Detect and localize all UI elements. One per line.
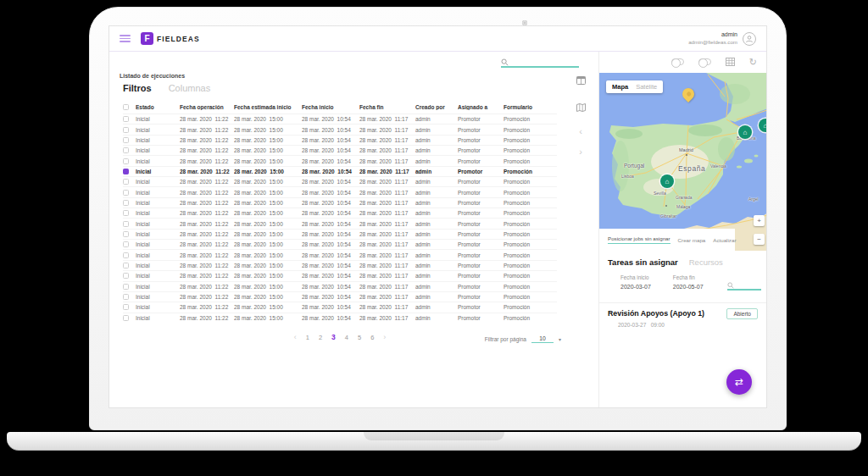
row-checkbox[interactable] bbox=[123, 304, 129, 310]
table-row[interactable]: Inicial28 mar. 2020 11:2228 mar. 2020 15… bbox=[123, 313, 557, 323]
pagination-next[interactable]: › bbox=[383, 333, 386, 341]
table-row[interactable]: Inicial28 mar. 2020 11:2228 mar. 2020 15… bbox=[123, 218, 557, 228]
expand-panel-chevron-right[interactable]: › bbox=[572, 147, 589, 156]
table-view-icon[interactable] bbox=[572, 73, 589, 88]
row-checkbox[interactable] bbox=[123, 241, 129, 247]
map-view-icon[interactable] bbox=[572, 100, 589, 115]
row-checkbox[interactable] bbox=[123, 252, 129, 258]
table-row[interactable]: Inicial28 mar. 2020 11:2228 mar. 2020 15… bbox=[123, 145, 557, 155]
row-checkbox[interactable] bbox=[123, 210, 129, 216]
table-row[interactable]: Inicial28 mar. 2020 11:2228 mar. 2020 15… bbox=[123, 270, 557, 280]
column-header[interactable]: Creado por bbox=[415, 104, 458, 110]
row-checkbox[interactable] bbox=[123, 284, 129, 290]
tab-recursos[interactable]: Recursos bbox=[689, 257, 723, 267]
table-row[interactable]: Inicial28 mar. 2020 11:2228 mar. 2020 15… bbox=[123, 135, 557, 145]
position-jobs-link[interactable]: Posicionar jobs sin asignar bbox=[608, 235, 670, 244]
grid-view-icon[interactable] bbox=[726, 54, 735, 69]
map-canvas[interactable]: Mapa Satélite España Madrid Portugal Lis… bbox=[599, 73, 767, 251]
toggle-switch-2[interactable] bbox=[698, 58, 711, 65]
table-cell: Promoción bbox=[504, 252, 553, 258]
search-input[interactable] bbox=[509, 56, 575, 66]
row-checkbox[interactable] bbox=[123, 263, 129, 268]
caret-down-icon[interactable]: ▾ bbox=[559, 336, 561, 342]
table-row[interactable]: Inicial28 mar. 2020 11:2228 mar. 2020 15… bbox=[123, 166, 557, 176]
table-row[interactable]: Inicial28 mar. 2020 11:2228 mar. 2020 15… bbox=[123, 302, 557, 312]
row-checkbox[interactable] bbox=[123, 200, 129, 206]
row-checkbox[interactable] bbox=[123, 147, 129, 153]
column-header[interactable]: Estado bbox=[136, 104, 180, 110]
table-row[interactable]: Inicial28 mar. 2020 11:2228 mar. 2020 15… bbox=[123, 229, 557, 239]
tab-tareas-sin-asignar[interactable]: Tareas sin asignar bbox=[608, 257, 678, 267]
row-checkbox[interactable] bbox=[123, 315, 129, 321]
end-date-value[interactable]: 2020-05-07 bbox=[673, 284, 704, 290]
pagination-page-5[interactable]: 5 bbox=[358, 334, 361, 341]
avatar-icon[interactable] bbox=[743, 32, 756, 46]
map-home-marker-edge[interactable]: ⌂ bbox=[759, 119, 767, 132]
pagination-page-3[interactable]: 3 bbox=[331, 333, 336, 341]
task-card-title[interactable]: Revisión Apoyos (Apoyo 1) bbox=[608, 309, 726, 318]
start-date-field[interactable]: Fecha inicio 2020-03-07 bbox=[620, 274, 651, 290]
page-size-select[interactable]: Filtrar por página 10 ▾ bbox=[485, 335, 561, 343]
map-type-control: Mapa Satélite bbox=[606, 80, 663, 93]
row-checkbox[interactable] bbox=[123, 221, 129, 227]
row-checkbox[interactable] bbox=[123, 273, 129, 279]
map-zoom-in-button[interactable]: + bbox=[754, 215, 765, 226]
search-field[interactable] bbox=[501, 53, 579, 68]
row-checkbox[interactable] bbox=[123, 169, 129, 174]
map-home-marker-sevilla[interactable]: ⌂ bbox=[660, 174, 674, 188]
table-row[interactable]: Inicial28 mar. 2020 11:2228 mar. 2020 15… bbox=[123, 239, 557, 249]
column-header[interactable]: Fecha operación bbox=[180, 104, 234, 110]
table-row[interactable]: Inicial28 mar. 2020 11:2228 mar. 2020 15… bbox=[123, 186, 557, 196]
row-checkbox[interactable] bbox=[123, 158, 129, 164]
row-checkbox[interactable] bbox=[123, 137, 129, 143]
collapse-panel-chevron-left[interactable]: ‹ bbox=[572, 127, 589, 136]
map-type-map-button[interactable]: Mapa bbox=[612, 83, 628, 91]
column-header[interactable]: Asignado a bbox=[458, 104, 504, 110]
row-checkbox[interactable] bbox=[123, 231, 129, 237]
pagination-page-1[interactable]: 1 bbox=[306, 334, 309, 341]
column-header[interactable]: Fecha fin bbox=[359, 104, 415, 110]
map-label-argel: Argel bbox=[748, 196, 759, 202]
pagination-page-2[interactable]: 2 bbox=[319, 334, 322, 341]
header-checkbox[interactable] bbox=[123, 104, 129, 110]
row-checkbox[interactable] bbox=[123, 127, 129, 133]
table-row[interactable]: Inicial28 mar. 2020 11:2228 mar. 2020 15… bbox=[123, 208, 557, 218]
pagination-prev[interactable]: ‹ bbox=[294, 333, 297, 341]
tasks-search-field[interactable] bbox=[727, 280, 761, 291]
table-row[interactable]: Inicial28 mar. 2020 11:2228 mar. 2020 15… bbox=[123, 260, 557, 270]
table-cell: 28 mar. 2020 15:00 bbox=[234, 169, 302, 174]
start-date-value[interactable]: 2020-03-07 bbox=[620, 284, 651, 290]
create-map-link[interactable]: Crear mapa bbox=[678, 237, 706, 243]
table-row[interactable]: Inicial28 mar. 2020 11:2228 mar. 2020 15… bbox=[123, 281, 557, 291]
table-row[interactable]: Inicial28 mar. 2020 11:2228 mar. 2020 15… bbox=[123, 113, 557, 124]
column-header[interactable]: Fecha inicio bbox=[302, 104, 359, 110]
transfer-fab-button[interactable]: ⇄ bbox=[726, 369, 752, 395]
row-checkbox[interactable] bbox=[123, 294, 129, 300]
map-type-satellite-button[interactable]: Satélite bbox=[636, 83, 657, 91]
table-row[interactable]: Inicial28 mar. 2020 11:2228 mar. 2020 15… bbox=[123, 176, 557, 186]
update-map-link[interactable]: Actualizar bbox=[713, 237, 736, 243]
pagination-page-6[interactable]: 6 bbox=[370, 334, 374, 341]
table-row[interactable]: Inicial28 mar. 2020 11:2228 mar. 2020 15… bbox=[123, 291, 557, 302]
hamburger-menu-icon[interactable] bbox=[120, 35, 131, 42]
refresh-icon[interactable]: ↻ bbox=[749, 58, 757, 67]
table-row[interactable]: Inicial28 mar. 2020 11:2228 mar. 2020 15… bbox=[123, 249, 557, 259]
pagination-page-4[interactable]: 4 bbox=[345, 334, 348, 341]
table-cell: 28 mar. 2020 11:17 bbox=[359, 294, 415, 300]
map-home-marker-barcelona[interactable]: ⌂ bbox=[738, 125, 752, 139]
table-row[interactable]: Inicial28 mar. 2020 11:2228 mar. 2020 15… bbox=[123, 155, 557, 165]
page-size-value[interactable]: 10 bbox=[531, 335, 554, 343]
column-header[interactable]: Formulario bbox=[504, 104, 553, 110]
column-header[interactable]: Fecha estimada inicio bbox=[234, 104, 302, 110]
tab-columnas[interactable]: Columnas bbox=[169, 83, 211, 93]
end-date-field[interactable]: Fecha fin 2020-05-07 bbox=[673, 274, 704, 290]
map-zoom-out-button[interactable]: − bbox=[754, 234, 765, 245]
row-checkbox[interactable] bbox=[123, 116, 129, 122]
table-cell: 28 mar. 2020 11:22 bbox=[180, 284, 234, 290]
toggle-switch-1[interactable] bbox=[671, 58, 684, 65]
tab-filtros[interactable]: Filtros bbox=[123, 83, 152, 93]
row-checkbox[interactable] bbox=[123, 190, 129, 196]
table-row[interactable]: Inicial28 mar. 2020 11:2228 mar. 2020 15… bbox=[123, 197, 557, 208]
row-checkbox[interactable] bbox=[123, 179, 129, 185]
table-row[interactable]: Inicial28 mar. 2020 11:2228 mar. 2020 15… bbox=[123, 124, 557, 134]
